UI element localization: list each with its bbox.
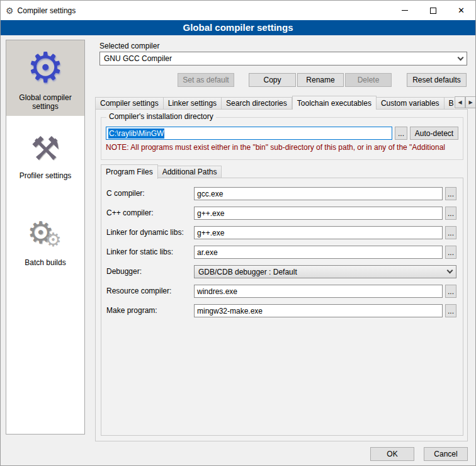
maximize-button[interactable] <box>419 1 447 20</box>
make-program-browse-button[interactable]: ... <box>445 304 456 317</box>
tab-build[interactable]: Build <box>445 97 454 110</box>
cpp-compiler-label: C++ compiler: <box>106 207 154 220</box>
c-compiler-input[interactable]: gcc.exe <box>194 187 443 200</box>
compiler-select[interactable]: GNU GCC Compiler <box>99 52 467 65</box>
installation-directory-value: C:\raylib\MinGW <box>108 128 164 139</box>
sidebar-item-global-compiler-settings[interactable]: ⚙ Global compiler settings <box>6 40 84 116</box>
chevron-down-icon <box>447 268 453 274</box>
sidebar-item-label: Profiler settings <box>20 171 72 180</box>
sidebar-item-label: Global compiler settings <box>8 93 83 111</box>
cancel-button[interactable]: Cancel <box>424 447 468 461</box>
installation-directory-label: Compiler's installation directory <box>106 112 216 121</box>
make-program-label: Make program: <box>106 304 157 317</box>
auto-detect-button[interactable]: Auto-detect <box>410 127 458 140</box>
minimize-button[interactable] <box>390 1 419 20</box>
linker-static-input[interactable]: ar.exe <box>194 246 443 259</box>
set-as-default-button[interactable]: Set as default <box>178 73 234 87</box>
sidebar-item-label: Batch builds <box>25 258 65 267</box>
tab-custom-variables[interactable]: Custom variables <box>377 97 445 110</box>
resource-compiler-browse-button[interactable]: ... <box>445 285 456 298</box>
cpp-compiler-browse-button[interactable]: ... <box>445 207 456 220</box>
linker-dynamic-input[interactable]: g++.exe <box>194 226 443 239</box>
tab-search-directories[interactable]: Search directories <box>222 97 292 110</box>
program-files-tabstrip: Program Files Additional Paths <box>101 164 222 178</box>
reset-defaults-button[interactable]: Reset defaults <box>407 73 467 87</box>
batch-builds-icon: ⚙ ⚙ <box>23 215 67 254</box>
tab-compiler-settings[interactable]: Compiler settings <box>95 97 164 110</box>
compiler-settings-window: ⚙ Compiler settings ✕ Global compiler se… <box>0 0 476 466</box>
compiler-select-value: GNU GCC Compiler <box>104 54 458 63</box>
resource-compiler-label: Resource compiler: <box>106 285 171 298</box>
cpp-compiler-input[interactable]: g++.exe <box>194 207 443 220</box>
sidebar-item-batch-builds[interactable]: ⚙ ⚙ Batch builds <box>6 210 84 272</box>
rename-button[interactable]: Rename <box>297 73 344 87</box>
note-text: NOTE: All programs must exist either in … <box>106 143 460 152</box>
c-compiler-browse-button[interactable]: ... <box>445 187 456 200</box>
delete-button[interactable]: Delete <box>345 73 392 87</box>
tab-program-files[interactable]: Program Files <box>101 164 158 179</box>
installation-directory-browse-button[interactable]: ... <box>395 127 407 140</box>
linker-dynamic-label: Linker for dynamic libs: <box>106 226 184 239</box>
profiler-icon: ⚒ <box>31 130 60 168</box>
tab-additional-paths[interactable]: Additional Paths <box>158 166 222 178</box>
tab-linker-settings[interactable]: Linker settings <box>164 97 222 110</box>
gear-icon: ⚙ <box>26 45 64 89</box>
installation-directory-group: Compiler's installation directory C:\ray… <box>101 117 463 160</box>
tab-scroll-left-button[interactable]: ◀ <box>455 96 465 108</box>
window-title: Compiler settings <box>18 6 76 15</box>
debugger-select[interactable]: GDB/CDB debugger : Default <box>194 265 456 278</box>
settings-tabstrip: Compiler settings Linker settings Search… <box>95 95 454 110</box>
tab-toolchain-executables[interactable]: Toolchain executables <box>292 96 377 110</box>
close-button[interactable]: ✕ <box>447 1 475 20</box>
installation-directory-input[interactable]: C:\raylib\MinGW <box>106 127 392 140</box>
tab-scroll-right-button[interactable]: ▶ <box>465 96 476 108</box>
linker-static-label: Linker for static libs: <box>106 246 173 259</box>
ok-button[interactable]: OK <box>370 447 414 461</box>
linker-static-browse-button[interactable]: ... <box>445 246 456 259</box>
copy-button[interactable]: Copy <box>249 73 296 87</box>
c-compiler-label: C compiler: <box>106 187 145 200</box>
settings-sidebar: ⚙ Global compiler settings ⚒ Profiler se… <box>6 40 85 435</box>
debugger-select-value: GDB/CDB debugger : Default <box>198 268 448 276</box>
page-title: Global compiler settings <box>1 20 475 35</box>
selected-compiler-label: Selected compiler <box>99 42 159 50</box>
program-files-panel: C compiler: gcc.exe ... C++ compiler: g+… <box>101 178 463 436</box>
title-bar[interactable]: ⚙ Compiler settings ✕ <box>1 1 475 20</box>
make-program-input[interactable]: mingw32-make.exe <box>194 304 443 317</box>
linker-dynamic-browse-button[interactable]: ... <box>445 226 456 239</box>
debugger-label: Debugger: <box>106 265 142 278</box>
toolchain-executables-panel: Compiler's installation directory C:\ray… <box>95 109 468 441</box>
resource-compiler-input[interactable]: windres.exe <box>194 285 443 298</box>
app-icon: ⚙ <box>6 6 14 16</box>
sidebar-item-profiler-settings[interactable]: ⚒ Profiler settings <box>6 125 84 185</box>
chevron-down-icon <box>458 54 464 60</box>
